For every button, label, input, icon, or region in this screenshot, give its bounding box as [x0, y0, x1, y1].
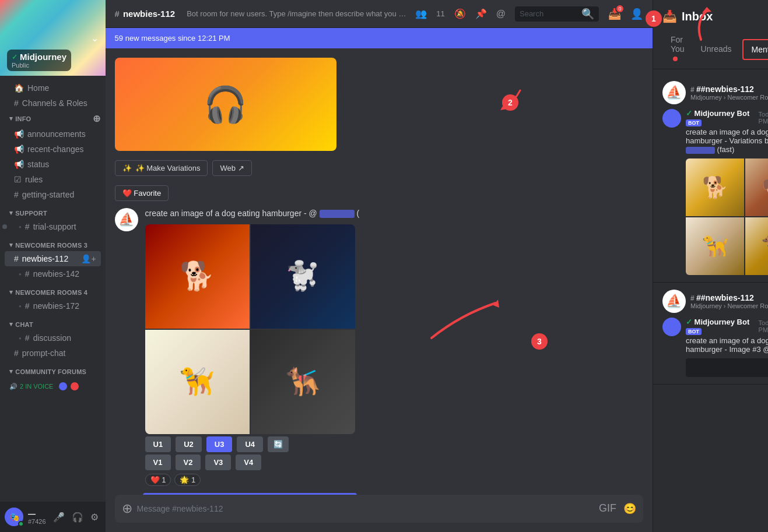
inbox-item-1-avatar: ⛵: [662, 81, 686, 104]
reply-input-box[interactable]: [686, 358, 768, 377]
refresh-button[interactable]: 🔄: [268, 436, 289, 452]
search-input[interactable]: [520, 9, 578, 18]
section-support-header[interactable]: ▾ SUPPORT: [0, 207, 106, 219]
section-support: ▾ SUPPORT ● # trial-support: [0, 207, 106, 234]
channel-hash-2: #: [690, 294, 696, 302]
channel-discussion[interactable]: ● # discussion: [5, 330, 101, 346]
inbox-preview-header-1: ✓ Midjourney Bot BOT Today at 12:23 PM: [686, 109, 768, 126]
new-messages-banner[interactable]: 59 new messages since 12:21 PM: [106, 28, 653, 48]
channel-newbies-112[interactable]: # newbies-112 👤+: [5, 251, 101, 266]
mute-button[interactable]: 🎤: [51, 509, 67, 525]
inbox-item-1-info: # ##newbies-112 Midjourney › Newcomer Ro…: [690, 84, 768, 101]
tab-mentions[interactable]: Mentions: [742, 39, 768, 60]
channel-recent-changes[interactable]: 📢 recent-changes: [5, 142, 101, 157]
inbox-preview-avatar-2: [662, 318, 681, 336]
search-box[interactable]: 🔍: [515, 6, 599, 22]
annotation-badge-2: 2: [502, 94, 518, 111]
favorite-button[interactable]: ❤️ Favorite: [115, 185, 169, 201]
dog-image-4: 🐕‍🦺: [251, 330, 355, 434]
section-newcomer-4-header[interactable]: ▾ NEWCOMER ROOMS 4: [0, 286, 106, 298]
channel-rules[interactable]: ☑ rules: [5, 172, 101, 187]
inbox-dog-img-2: 🐶: [745, 158, 768, 216]
bot-badge-2: BOT: [686, 328, 702, 335]
make-variations-button[interactable]: ✨ ✨ Make Variations: [115, 160, 208, 176]
channel-getting-started[interactable]: # getting-started: [5, 187, 101, 202]
heart-reaction[interactable]: ❤️ 1: [145, 474, 171, 486]
sidebar-item-home[interactable]: 🏠 Home: [5, 80, 101, 96]
section-info: ▾ INFO ⊕ 📢 announcements 📢 recent-change…: [0, 111, 106, 202]
u4-button[interactable]: U4: [237, 436, 263, 452]
bullet-icon: ●: [19, 224, 22, 230]
channel-name: status: [27, 160, 49, 169]
chat-messages: 🎧 ✨ ✨ Make Variations Web ↗ ❤️ Favorite: [106, 48, 653, 495]
mute-channel-icon[interactable]: 🔕: [454, 8, 466, 19]
channel-prompt-chat[interactable]: # prompt-chat: [5, 346, 101, 361]
message-block-dog: ⛵ create an image of a dog eating hambur…: [115, 208, 643, 486]
pin-icon[interactable]: 📌: [475, 8, 487, 19]
verified-check-inbox-2: ✓: [686, 318, 692, 326]
inbox-dog-img-3: 🦮: [686, 217, 744, 275]
channel-newbies-142[interactable]: ● # newbies-142: [5, 266, 101, 281]
section-chat: ▾ CHAT ● # discussion # prompt-chat: [0, 318, 106, 361]
section-community-header[interactable]: ▾ COMMUNITY FORUMS: [0, 365, 106, 378]
channel-trial-support[interactable]: ● # trial-support: [5, 219, 101, 234]
channel-announcements[interactable]: 📢 announcements: [5, 126, 101, 142]
channel-name: newbies-172: [33, 301, 79, 311]
voice-status: 🔊 2 IN VOICE: [5, 378, 101, 395]
profile-icon[interactable]: 👤: [630, 8, 643, 20]
web-button[interactable]: Web ↗: [212, 160, 251, 176]
inbox-preview-content-1: ✓ Midjourney Bot BOT Today at 12:23 PM c…: [686, 109, 768, 275]
u3-button[interactable]: U3: [206, 436, 233, 452]
server-menu-chevron[interactable]: ⌄: [91, 33, 99, 44]
members-count: 11: [436, 9, 444, 18]
dog-silhouette-1: 🐕: [145, 224, 250, 329]
v4-button[interactable]: V4: [236, 455, 261, 470]
star-reaction[interactable]: 🌟 1: [174, 474, 201, 486]
message-input[interactable]: [137, 498, 594, 520]
section-newcomer-3-header[interactable]: ▾ NEWCOMER ROOMS 3: [0, 239, 106, 251]
v3-button[interactable]: V3: [205, 455, 231, 470]
u2-button[interactable]: U2: [176, 436, 202, 452]
tab-unreads[interactable]: Unreads: [693, 40, 740, 59]
add-user-icon[interactable]: 👤+: [81, 254, 96, 263]
chat-input-box: ⊕ GIF 😊: [115, 495, 643, 523]
section-info-header[interactable]: ▾ INFO ⊕: [0, 111, 106, 126]
section-add-button[interactable]: ⊕: [93, 113, 100, 124]
reaction-bar: ❤️ 1 🌟 1: [145, 474, 643, 486]
chevron-icon-comm: ▾: [9, 368, 13, 375]
channel-newbies-172[interactable]: ● # newbies-172: [5, 298, 101, 313]
chat-channel-description: Bot room for new users. Type /imagine th…: [187, 9, 408, 18]
gif-button[interactable]: GIF: [599, 502, 616, 515]
action-buttons-2: ❤️ Favorite: [115, 185, 643, 201]
tab-for-you[interactable]: For You: [662, 30, 693, 69]
inbox-image-grid-1: 🐕 🐶 🦮 🐕‍🦺: [686, 158, 768, 275]
inbox-icon-title: 📥: [662, 9, 677, 23]
channel-name: rules: [25, 175, 43, 184]
deafen-button[interactable]: 🎧: [69, 509, 86, 525]
hash-icon: #: [14, 190, 19, 199]
variation-buttons: V1 V2 V3 V4: [145, 455, 643, 470]
v1-button[interactable]: V1: [145, 455, 171, 470]
emoji-button[interactable]: 😊: [623, 502, 636, 515]
server-header[interactable]: ✓ Midjourney Public ⌄: [0, 0, 106, 76]
members-icon[interactable]: 👥: [415, 8, 427, 19]
sidebar-item-channels-roles[interactable]: # Channels & Roles: [5, 96, 101, 111]
search-icon: 🔍: [581, 8, 594, 20]
chat-header-icons: 👥 11 🔕 📌 @ 🔍 📥 0 👤: [415, 6, 643, 22]
channel-name: prompt-chat: [22, 348, 66, 358]
u1-button[interactable]: U1: [145, 436, 171, 452]
inbox-bot-name-1: ✓ Midjourney Bot BOT: [686, 109, 755, 126]
mention-icon[interactable]: @: [496, 9, 506, 19]
channel-status[interactable]: 📢 status: [5, 157, 101, 172]
server-header-info: ✓ Midjourney Public: [7, 50, 71, 71]
settings-button[interactable]: ⚙: [88, 509, 101, 525]
channel-name: newbies-112: [22, 254, 68, 263]
section-chat-header[interactable]: ▾ CHAT: [0, 318, 106, 330]
add-attachment-button[interactable]: ⊕: [122, 495, 132, 523]
announcement-icon: 📢: [14, 129, 24, 139]
v2-button[interactable]: V2: [176, 455, 201, 470]
voice-avatar-2: [69, 381, 80, 392]
dog-image-2: 🐩: [251, 224, 355, 329]
inbox-bot-name-2: ✓ Midjourney Bot BOT: [686, 318, 755, 335]
speaker-icon: 🔊: [9, 383, 17, 390]
